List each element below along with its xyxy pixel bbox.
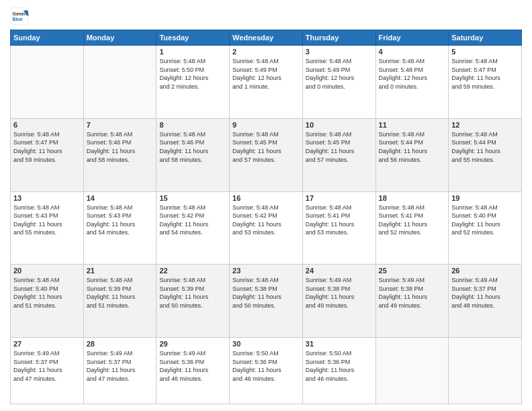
day-info: Sunrise: 5:48 AM Sunset: 5:41 PM Dayligh…	[306, 203, 373, 237]
day-number: 24	[306, 267, 373, 275]
calendar-week-5: 27Sunrise: 5:49 AM Sunset: 5:37 PM Dayli…	[11, 338, 522, 404]
day-info: Sunrise: 5:48 AM Sunset: 5:44 PM Dayligh…	[451, 130, 519, 164]
calendar-cell	[375, 338, 449, 404]
day-info: Sunrise: 5:48 AM Sunset: 5:42 PM Dayligh…	[232, 203, 300, 237]
day-info: Sunrise: 5:48 AM Sunset: 5:40 PM Dayligh…	[451, 203, 519, 237]
calendar-cell: 15Sunrise: 5:48 AM Sunset: 5:42 PM Dayli…	[157, 191, 230, 265]
day-number: 14	[87, 194, 154, 202]
header: General Blue	[10, 7, 522, 26]
day-info: Sunrise: 5:48 AM Sunset: 5:49 PM Dayligh…	[306, 57, 373, 91]
weekday-header-row: SundayMondayTuesdayWednesdayThursdayFrid…	[11, 30, 522, 46]
day-number: 19	[451, 194, 519, 202]
day-number: 31	[306, 340, 373, 348]
calendar-cell: 17Sunrise: 5:48 AM Sunset: 5:41 PM Dayli…	[302, 191, 375, 265]
calendar-week-3: 13Sunrise: 5:48 AM Sunset: 5:43 PM Dayli…	[11, 191, 522, 265]
day-number: 2	[232, 48, 300, 56]
calendar-cell	[449, 338, 522, 404]
day-info: Sunrise: 5:48 AM Sunset: 5:39 PM Dayligh…	[159, 276, 226, 310]
day-info: Sunrise: 5:48 AM Sunset: 5:38 PM Dayligh…	[232, 276, 300, 310]
day-info: Sunrise: 5:50 AM Sunset: 5:36 PM Dayligh…	[232, 349, 300, 383]
day-number: 1	[159, 48, 226, 56]
calendar-cell: 7Sunrise: 5:48 AM Sunset: 5:46 PM Daylig…	[83, 118, 157, 191]
weekday-monday: Monday	[83, 30, 157, 46]
day-number: 29	[159, 340, 226, 348]
weekday-wednesday: Wednesday	[230, 30, 303, 46]
calendar-week-1: 1Sunrise: 5:48 AM Sunset: 5:50 PM Daylig…	[11, 46, 522, 119]
calendar-cell: 8Sunrise: 5:48 AM Sunset: 5:46 PM Daylig…	[157, 118, 230, 191]
calendar-cell: 21Sunrise: 5:48 AM Sunset: 5:39 PM Dayli…	[83, 265, 157, 338]
calendar-cell: 28Sunrise: 5:49 AM Sunset: 5:37 PM Dayli…	[83, 338, 157, 404]
calendar-cell	[83, 46, 157, 119]
calendar-cell: 3Sunrise: 5:48 AM Sunset: 5:49 PM Daylig…	[302, 46, 375, 119]
day-number: 13	[13, 194, 81, 202]
day-info: Sunrise: 5:48 AM Sunset: 5:41 PM Dayligh…	[379, 203, 446, 237]
day-number: 21	[87, 267, 154, 275]
logo-icon: General Blue	[10, 7, 29, 26]
day-info: Sunrise: 5:48 AM Sunset: 5:44 PM Dayligh…	[379, 130, 446, 164]
logo: General Blue	[10, 7, 29, 26]
day-info: Sunrise: 5:50 AM Sunset: 5:36 PM Dayligh…	[306, 349, 373, 383]
calendar-cell: 27Sunrise: 5:49 AM Sunset: 5:37 PM Dayli…	[11, 338, 84, 404]
calendar-cell: 4Sunrise: 5:48 AM Sunset: 5:48 PM Daylig…	[375, 46, 449, 119]
day-number: 27	[13, 340, 81, 348]
day-info: Sunrise: 5:48 AM Sunset: 5:43 PM Dayligh…	[87, 203, 154, 237]
calendar-cell: 14Sunrise: 5:48 AM Sunset: 5:43 PM Dayli…	[83, 191, 157, 265]
day-number: 5	[451, 48, 519, 56]
calendar-cell: 13Sunrise: 5:48 AM Sunset: 5:43 PM Dayli…	[11, 191, 84, 265]
day-number: 12	[451, 121, 519, 129]
day-info: Sunrise: 5:48 AM Sunset: 5:43 PM Dayligh…	[13, 203, 81, 237]
weekday-tuesday: Tuesday	[157, 30, 230, 46]
calendar-cell: 19Sunrise: 5:48 AM Sunset: 5:40 PM Dayli…	[449, 191, 522, 265]
day-info: Sunrise: 5:48 AM Sunset: 5:47 PM Dayligh…	[451, 57, 519, 91]
svg-rect-0	[11, 7, 28, 24]
day-info: Sunrise: 5:49 AM Sunset: 5:38 PM Dayligh…	[379, 276, 446, 310]
day-info: Sunrise: 5:48 AM Sunset: 5:45 PM Dayligh…	[306, 130, 373, 164]
day-info: Sunrise: 5:49 AM Sunset: 5:36 PM Dayligh…	[159, 349, 226, 383]
day-info: Sunrise: 5:48 AM Sunset: 5:39 PM Dayligh…	[87, 276, 154, 310]
day-info: Sunrise: 5:48 AM Sunset: 5:47 PM Dayligh…	[13, 130, 81, 164]
calendar-cell: 11Sunrise: 5:48 AM Sunset: 5:44 PM Dayli…	[375, 118, 449, 191]
day-number: 22	[159, 267, 226, 275]
day-info: Sunrise: 5:48 AM Sunset: 5:49 PM Dayligh…	[232, 57, 300, 91]
calendar-cell: 29Sunrise: 5:49 AM Sunset: 5:36 PM Dayli…	[157, 338, 230, 404]
page: General Blue SundayMondayTuesdayWednesda…	[0, 0, 532, 411]
calendar-cell: 30Sunrise: 5:50 AM Sunset: 5:36 PM Dayli…	[230, 338, 303, 404]
calendar-week-2: 6Sunrise: 5:48 AM Sunset: 5:47 PM Daylig…	[11, 118, 522, 191]
weekday-sunday: Sunday	[11, 30, 84, 46]
day-info: Sunrise: 5:48 AM Sunset: 5:46 PM Dayligh…	[159, 130, 226, 164]
calendar-table: SundayMondayTuesdayWednesdayThursdayFrid…	[10, 30, 522, 404]
day-number: 7	[87, 121, 154, 129]
calendar-cell	[11, 46, 84, 119]
day-number: 3	[306, 48, 373, 56]
weekday-friday: Friday	[375, 30, 449, 46]
day-number: 26	[451, 267, 519, 275]
day-number: 28	[87, 340, 154, 348]
day-info: Sunrise: 5:49 AM Sunset: 5:38 PM Dayligh…	[306, 276, 373, 310]
day-info: Sunrise: 5:49 AM Sunset: 5:37 PM Dayligh…	[13, 349, 81, 383]
day-number: 10	[306, 121, 373, 129]
calendar-cell: 10Sunrise: 5:48 AM Sunset: 5:45 PM Dayli…	[302, 118, 375, 191]
calendar-cell: 22Sunrise: 5:48 AM Sunset: 5:39 PM Dayli…	[157, 265, 230, 338]
calendar-cell: 31Sunrise: 5:50 AM Sunset: 5:36 PM Dayli…	[302, 338, 375, 404]
day-number: 25	[379, 267, 446, 275]
day-number: 4	[379, 48, 446, 56]
calendar-cell: 16Sunrise: 5:48 AM Sunset: 5:42 PM Dayli…	[230, 191, 303, 265]
calendar-cell: 2Sunrise: 5:48 AM Sunset: 5:49 PM Daylig…	[230, 46, 303, 119]
calendar-cell: 6Sunrise: 5:48 AM Sunset: 5:47 PM Daylig…	[11, 118, 84, 191]
day-number: 30	[232, 340, 300, 348]
calendar-cell: 9Sunrise: 5:48 AM Sunset: 5:45 PM Daylig…	[230, 118, 303, 191]
calendar-cell: 24Sunrise: 5:49 AM Sunset: 5:38 PM Dayli…	[302, 265, 375, 338]
calendar-cell: 1Sunrise: 5:48 AM Sunset: 5:50 PM Daylig…	[157, 46, 230, 119]
calendar-cell: 23Sunrise: 5:48 AM Sunset: 5:38 PM Dayli…	[230, 265, 303, 338]
day-info: Sunrise: 5:48 AM Sunset: 5:42 PM Dayligh…	[159, 203, 226, 237]
weekday-saturday: Saturday	[449, 30, 522, 46]
day-number: 11	[379, 121, 446, 129]
day-info: Sunrise: 5:49 AM Sunset: 5:37 PM Dayligh…	[87, 349, 154, 383]
svg-text:Blue: Blue	[13, 17, 23, 21]
day-info: Sunrise: 5:48 AM Sunset: 5:40 PM Dayligh…	[13, 276, 81, 310]
calendar-week-4: 20Sunrise: 5:48 AM Sunset: 5:40 PM Dayli…	[11, 265, 522, 338]
day-info: Sunrise: 5:49 AM Sunset: 5:37 PM Dayligh…	[451, 276, 519, 310]
day-number: 8	[159, 121, 226, 129]
day-number: 17	[306, 194, 373, 202]
calendar-cell: 18Sunrise: 5:48 AM Sunset: 5:41 PM Dayli…	[375, 191, 449, 265]
